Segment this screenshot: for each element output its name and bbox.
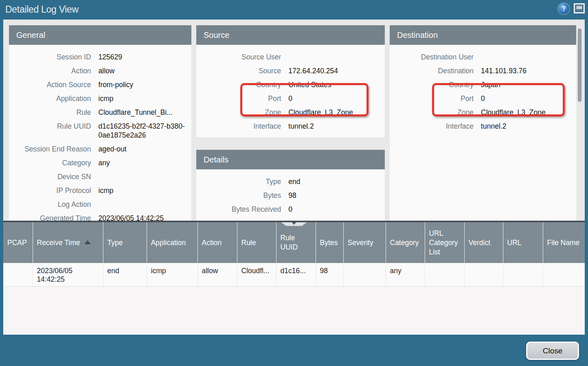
vertical-scrollbar-thumb[interactable]	[578, 28, 581, 102]
field-value: 125629	[99, 53, 191, 61]
column-header[interactable]: Type	[103, 222, 147, 263]
column-header[interactable]: Severity	[343, 222, 386, 263]
column-header[interactable]: URL Category List	[425, 222, 464, 263]
field-label: Application	[9, 94, 91, 103]
field-label: Session End Reason	[9, 145, 91, 153]
panel-details-body: Type end Bytes 98 Bytes Received 0	[196, 169, 385, 221]
field-row: Port 0	[390, 92, 576, 105]
field-row: Bytes Received 0	[196, 202, 385, 216]
field-value: aged-out	[99, 145, 191, 153]
field-row: Bytes 98	[196, 188, 385, 202]
panel-destination: Destination Destination User Destination…	[390, 25, 576, 221]
field-row: Destination 141.101.93.76	[390, 64, 576, 78]
field-row: Session ID 125629	[9, 50, 191, 64]
column-header[interactable]: Verdict	[464, 222, 503, 263]
field-row: Source User	[196, 50, 385, 64]
field-value: from-policy	[99, 80, 191, 89]
column-header[interactable]: Receive Time	[33, 222, 103, 263]
column-header-label: Application	[151, 239, 186, 247]
destination-rows: Destination User Destination 141.101.93.…	[390, 45, 576, 133]
field-value	[288, 53, 385, 61]
column-header[interactable]: Rule UUID	[276, 222, 316, 263]
cell-pcap	[3, 263, 33, 287]
cell-application: icmp	[147, 263, 197, 287]
field-label: Bytes Received	[196, 205, 281, 214]
cell-url-category-list	[425, 263, 464, 287]
field-value: 98	[288, 191, 385, 200]
general-rows: Session ID 125629 Action allow Action So…	[9, 45, 191, 221]
window-restore-icon[interactable]	[574, 3, 585, 13]
field-value	[99, 172, 191, 181]
column-header-label: Type	[108, 239, 123, 247]
field-value: d1c16235-b2f2-4327-b380-0ae1875e2a26	[99, 122, 191, 140]
column-header[interactable]: File Name	[543, 222, 585, 263]
cell-receive-time: 2023/06/05 14:42:25	[33, 263, 103, 287]
field-label: Interface	[390, 122, 474, 131]
field-label: Zone	[390, 108, 474, 117]
field-value: any	[99, 158, 191, 167]
cell-rule-uuid: d1c16...	[276, 263, 316, 287]
panel-destination-body: Destination User Destination 141.101.93.…	[390, 45, 576, 221]
close-button[interactable]: Close	[526, 342, 579, 360]
field-value: United States	[288, 80, 385, 89]
field-label: Destination User	[390, 53, 474, 61]
field-row: Session End Reason aged-out	[9, 142, 191, 156]
column-header-label: Rule	[241, 239, 256, 247]
field-row: Type end	[196, 175, 385, 188]
log-table: PCAP Receive Time Type Application Actio…	[3, 222, 585, 287]
log-row[interactable]: 2023/06/05 14:42:25 end icmp allow Cloud…	[3, 263, 585, 287]
field-label: Session ID	[9, 53, 91, 61]
field-row: Application icmp	[9, 92, 191, 105]
field-value: 0	[288, 94, 385, 103]
field-value: end	[288, 177, 385, 186]
field-label: Source User	[196, 53, 281, 61]
field-row: Action allow	[9, 64, 191, 78]
field-row: Rule UUID d1c16235-b2f2-4327-b380-0ae187…	[9, 119, 191, 142]
field-row: Zone Cloudflare_L3_Zone	[196, 105, 385, 119]
field-label: Category	[9, 158, 91, 167]
field-label: IP Protocol	[9, 186, 91, 195]
field-row: Source 172.64.240.254	[196, 64, 385, 78]
field-row: Log Action	[9, 197, 191, 211]
field-row: Device SN	[9, 170, 191, 184]
field-row: Destination User	[390, 50, 576, 64]
field-row: Generated Time 2023/06/05 14:42:25	[9, 211, 191, 221]
field-value: Cloudflare_L3_Zone	[481, 108, 576, 117]
field-value: 0	[288, 205, 385, 214]
column-header-label: URL Category List	[429, 229, 458, 256]
column-header-label: URL	[507, 239, 522, 247]
field-row: Category any	[9, 156, 191, 170]
field-label: Country	[196, 80, 281, 89]
column-header[interactable]: PCAP	[3, 222, 33, 263]
panel-destination-header: Destination	[390, 25, 576, 45]
column-header[interactable]: Application	[147, 222, 197, 263]
cell-file-name	[543, 263, 585, 287]
panel-general-body: Session ID 125629 Action allow Action So…	[9, 45, 191, 221]
help-glyph: ?	[562, 5, 566, 13]
field-value	[481, 53, 576, 61]
field-row: Interface tunnel.2	[390, 119, 576, 133]
column-header[interactable]: Rule	[237, 222, 276, 263]
help-icon[interactable]: ?	[558, 3, 569, 14]
field-value: Japan	[481, 80, 576, 89]
column-header[interactable]: Category	[386, 222, 425, 263]
log-table-body: 2023/06/05 14:42:25 end icmp allow Cloud…	[3, 263, 585, 287]
panel-details-header: Details	[196, 150, 385, 169]
field-label: Port	[390, 94, 474, 103]
log-table-header-row: PCAP Receive Time Type Application Actio…	[3, 222, 585, 263]
column-header[interactable]: Action	[197, 222, 237, 263]
field-value: 2023/06/05 14:42:25	[99, 214, 191, 221]
field-label: Bytes	[196, 191, 281, 200]
log-table-area: PCAP Receive Time Type Application Actio…	[3, 221, 585, 335]
column-header-label: Severity	[348, 239, 373, 247]
field-label: Action	[9, 66, 91, 75]
field-label: Source	[196, 66, 281, 75]
field-label: Country	[390, 80, 474, 89]
column-header-label: Verdict	[469, 239, 491, 247]
field-value: 0	[481, 94, 576, 103]
title-bar: Detailed Log View ?	[0, 0, 588, 20]
field-label: Type	[196, 177, 281, 186]
panel-details: Details Type end Bytes 98 Bytes Receive	[196, 150, 385, 221]
column-header[interactable]: URL	[503, 222, 543, 263]
column-header[interactable]: Bytes	[316, 222, 343, 263]
